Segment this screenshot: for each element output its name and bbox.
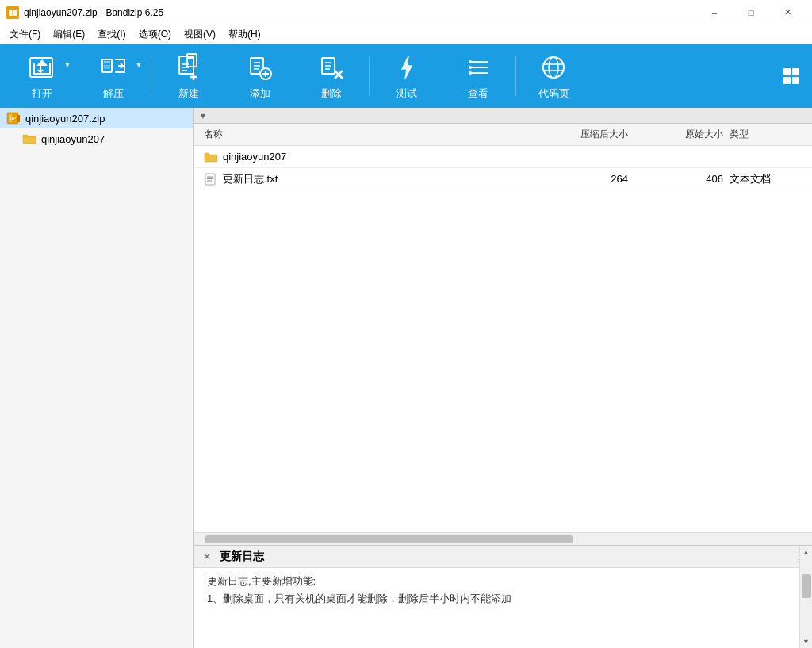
- svg-rect-43: [792, 68, 799, 75]
- hscroll-thumb[interactable]: [205, 535, 573, 543]
- open-label: 打开: [32, 86, 52, 101]
- horizontal-scrollbar[interactable]: [194, 532, 812, 545]
- app-icon: [6, 6, 19, 19]
- codepage-icon: [538, 52, 569, 83]
- row-txt-icon: [204, 173, 218, 186]
- svg-rect-11: [104, 67, 110, 69]
- scroll-up-btn[interactable]: ▲: [800, 546, 813, 558]
- apps-icon[interactable]: [777, 62, 806, 90]
- svg-rect-45: [792, 77, 799, 84]
- menu-view[interactable]: 视图(V): [178, 26, 222, 43]
- scroll-down-btn[interactable]: ▼: [800, 635, 813, 648]
- toolbar-view-button[interactable]: 查看: [442, 48, 514, 105]
- toolbar-open-button[interactable]: 打开 ▼: [6, 48, 78, 105]
- extract-icon: [98, 52, 129, 83]
- file-list-header: 名称 压缩后大小 原始大小 类型: [194, 124, 812, 146]
- tree-folder-label: qinjiaoyun207: [41, 133, 105, 145]
- file-name: 更新日志.txt: [223, 172, 278, 186]
- table-row[interactable]: qinjiaoyun207: [194, 146, 812, 168]
- delete-label: 删除: [321, 86, 342, 101]
- delete-icon: [316, 52, 347, 83]
- svg-point-33: [469, 60, 472, 63]
- menu-file[interactable]: 文件(F): [3, 26, 47, 43]
- toolbar: 打开 ▼ 解压 ▼: [0, 44, 812, 108]
- file-type: 文本文档: [726, 172, 806, 186]
- title-bar: qinjiaoyun207.zip - Bandizip 6.25 – □ ✕: [0, 0, 812, 25]
- preview-line-2: 1、删除桌面，只有关机的桌面才能删除，删除后半小时内不能添加: [207, 592, 799, 606]
- svg-rect-42: [783, 68, 791, 75]
- test-label: 测试: [396, 86, 417, 101]
- path-chevron: ▾: [201, 110, 205, 121]
- menu-bar: 文件(F) 编辑(E) 查找(I) 选项(O) 视图(V) 帮助(H): [0, 25, 812, 44]
- toolbar-test-button[interactable]: 测试: [371, 48, 442, 105]
- file-original: 406: [631, 173, 726, 185]
- preview-header: ✕ 更新日志 ▲: [194, 546, 812, 568]
- toolbar-delete-button[interactable]: 删除: [296, 48, 367, 105]
- open-arrow[interactable]: ▼: [63, 60, 71, 69]
- tree-item-zip[interactable]: ZIP qinjiaoyun207.zip: [0, 108, 193, 128]
- zip-file-icon: ZIP: [6, 112, 21, 125]
- close-button[interactable]: ✕: [769, 0, 806, 25]
- svg-rect-0: [6, 6, 19, 19]
- svg-text:ZIP: ZIP: [10, 116, 16, 121]
- svg-rect-1: [9, 10, 12, 16]
- preview-line-1: 更新日志,主要新增功能:: [207, 574, 799, 589]
- table-row[interactable]: 更新日志.txt 264 406 文本文档: [194, 168, 812, 190]
- toolbar-sep-2: [369, 56, 370, 96]
- svg-point-39: [549, 57, 558, 78]
- file-compressed: 264: [520, 173, 631, 185]
- svg-point-38: [543, 57, 564, 78]
- left-panel: ZIP qinjiaoyun207.zip qinjiaoyun207: [0, 108, 194, 648]
- toolbar-right: [777, 62, 806, 90]
- view-label: 查看: [468, 86, 488, 101]
- extract-label: 解压: [103, 86, 124, 101]
- open-icon: [26, 52, 58, 83]
- codepage-label: 代码页: [538, 86, 569, 101]
- toolbar-sep-1: [151, 56, 151, 96]
- col-name[interactable]: 名称: [201, 128, 520, 141]
- toolbar-extract-button[interactable]: 解压 ▼: [78, 48, 149, 105]
- toolbar-new-button[interactable]: 新建: [153, 48, 224, 105]
- menu-help[interactable]: 帮助(H): [222, 26, 267, 43]
- file-list-container[interactable]: 名称 压缩后大小 原始大小 类型 qinjiaoyun207: [194, 124, 812, 532]
- test-icon: [391, 52, 423, 83]
- menu-options[interactable]: 选项(O): [132, 26, 178, 43]
- menu-find[interactable]: 查找(I): [91, 26, 132, 43]
- preview-scroll-thumb[interactable]: [802, 574, 811, 598]
- toolbar-sep-3: [515, 56, 516, 96]
- new-icon: [173, 52, 205, 83]
- preview-content: 更新日志,主要新增功能: 1、删除桌面，只有关机的桌面才能删除，删除后半小时内不…: [194, 568, 812, 615]
- view-icon: [462, 52, 494, 83]
- add-icon: [244, 52, 276, 83]
- svg-rect-10: [104, 65, 110, 67]
- svg-rect-44: [783, 77, 791, 84]
- file-name-cell: 更新日志.txt: [201, 172, 520, 186]
- preview-scrollbar[interactable]: ▲ ▼: [799, 546, 812, 648]
- file-name: qinjiaoyun207: [223, 151, 286, 163]
- toolbar-codepage-button[interactable]: 代码页: [518, 48, 589, 105]
- preview-title: 更新日志: [220, 550, 264, 564]
- col-type[interactable]: 类型: [726, 128, 806, 141]
- window-controls: – □ ✕: [696, 0, 806, 25]
- folder-icon: [22, 132, 36, 145]
- menu-edit[interactable]: 编辑(E): [47, 26, 91, 43]
- maximize-button[interactable]: □: [733, 0, 769, 25]
- svg-rect-49: [17, 115, 20, 122]
- svg-point-35: [469, 66, 472, 69]
- svg-rect-2: [13, 10, 17, 16]
- right-panel: ▾ 名称 压缩后大小 原始大小 类型 qinjiaoyun207: [194, 108, 812, 648]
- minimize-button[interactable]: –: [696, 0, 733, 25]
- main-content: ZIP qinjiaoyun207.zip qinjiaoyun207 ▾: [0, 108, 812, 648]
- svg-rect-9: [104, 61, 110, 63]
- file-name-cell: qinjiaoyun207: [201, 151, 520, 163]
- extract-arrow[interactable]: ▼: [135, 60, 143, 69]
- tree-item-folder[interactable]: qinjiaoyun207: [0, 128, 193, 149]
- preview-panel: ✕ 更新日志 ▲ 更新日志,主要新增功能: 1、删除桌面，只有关机的桌面才能删除…: [194, 545, 812, 648]
- preview-close-button[interactable]: ✕: [201, 550, 213, 563]
- svg-point-37: [469, 71, 472, 75]
- window-title: qinjiaoyun207.zip - Bandizip 6.25: [24, 7, 696, 18]
- toolbar-add-button[interactable]: 添加: [224, 48, 296, 105]
- new-label: 新建: [178, 86, 199, 101]
- col-original[interactable]: 原始大小: [631, 128, 726, 141]
- col-compressed[interactable]: 压缩后大小: [520, 128, 631, 141]
